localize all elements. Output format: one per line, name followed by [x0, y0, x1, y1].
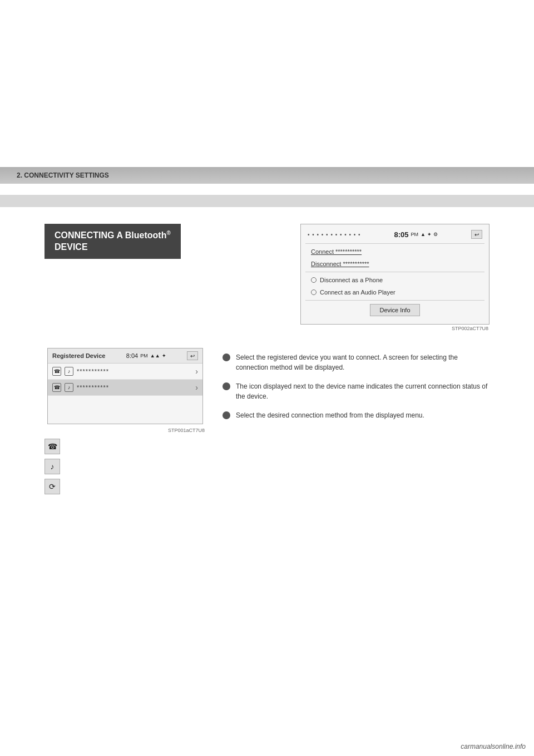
screen1-mockup: • • • • • • • • • • • • 8:05 PM ▲ ✦ ⚙ ↩: [300, 224, 490, 325]
device2-phone-icon: ☎: [52, 383, 61, 392]
brand-label: carmanualsonline.info: [461, 743, 526, 750]
signal-icon: ▲: [421, 232, 426, 237]
bullet-text-2: The icon displayed next to the device na…: [236, 381, 490, 401]
screen1-back-button[interactable]: ↩: [471, 230, 482, 239]
screen2-title: Registered Device: [52, 352, 105, 359]
screen1-divider3: [305, 300, 484, 301]
screen1-menu-connect[interactable]: Connect ***********: [305, 246, 484, 258]
screen1-menu-disconnect-phone[interactable]: Disconnect as a Phone: [305, 274, 484, 286]
radio-circle-audio: [311, 289, 317, 295]
screen2-time: 8:04: [126, 352, 138, 359]
legend-item-sync: ⟳: [44, 479, 206, 494]
bullet-circle-2: [222, 382, 230, 390]
screen2-empty: [48, 396, 202, 424]
screen2-time-suffix: PM: [140, 353, 148, 359]
bullet-circle-3: [222, 411, 230, 419]
footer-brand: carmanualsonline.info: [461, 743, 526, 750]
connect-audio-label: Connect as an Audio Player: [320, 289, 395, 296]
legend-item-phone: ☎: [44, 439, 206, 454]
device2-music-icon: ♪: [65, 383, 73, 392]
section-header: 2. CONNECTIVITY SETTINGS: [0, 167, 534, 184]
screen2-mockup: Registered Device 8:04 PM ▲▲ ✦ ↩ ☎ ♪: [47, 348, 203, 424]
connect-label: Connect ***********: [311, 248, 362, 255]
bottom-left: Registered Device 8:04 PM ▲▲ ✦ ↩ ☎ ♪: [44, 348, 206, 494]
screen2-back-button[interactable]: ↩: [187, 351, 198, 360]
device1-arrow-icon: ›: [195, 367, 198, 376]
bullet-circle-1: [222, 354, 230, 361]
bullet-section: Select the registered device you want to…: [222, 352, 490, 420]
legend-sync-icon: ⟳: [44, 479, 60, 494]
device2-name: ***********: [77, 384, 109, 391]
title-line1: CONNECTING A Bluetooth: [55, 230, 166, 240]
device1-name: ***********: [77, 368, 109, 375]
bluetooth-icon: ✦: [427, 232, 432, 237]
screen1-divider: [305, 243, 484, 244]
top-left: CONNECTING A Bluetooth® DEVICE: [44, 224, 284, 331]
main-content: CONNECTING A Bluetooth® DEVICE • • • • •…: [0, 224, 534, 494]
device-row-2[interactable]: ☎ ♪ *********** ›: [48, 380, 202, 396]
screen1-dots: • • • • • • • • • • • •: [308, 232, 361, 238]
device1-music-icon: ♪: [65, 367, 73, 376]
screen2-status-icons: ▲▲ ✦: [150, 353, 166, 359]
bullet-item-1: Select the registered device you want to…: [222, 352, 490, 372]
icon-legend: ☎ ♪ ⟳: [44, 439, 206, 494]
bullet-text-3: Select the desired connection method fro…: [236, 410, 424, 420]
device1-phone-icon: ☎: [52, 367, 61, 376]
legend-music-icon: ♪: [44, 459, 60, 474]
title-line2: DEVICE: [55, 242, 88, 252]
screen1-divider2: [305, 272, 484, 272]
bottom-right: Select the registered device you want to…: [222, 348, 490, 494]
bottom-section: Registered Device 8:04 PM ▲▲ ✦ ↩ ☎ ♪: [44, 348, 490, 494]
screen1-time: 8:05: [394, 230, 409, 239]
bullet-text-1: Select the registered device you want to…: [236, 352, 490, 372]
legend-phone-icon: ☎: [44, 439, 60, 454]
screen1-menu-disconnect[interactable]: Disconnect ***********: [305, 258, 484, 270]
bullet-item-3: Select the desired connection method fro…: [222, 410, 490, 420]
device2-arrow-icon: ›: [195, 383, 198, 392]
screen2-bluetooth-icon: ✦: [162, 353, 166, 359]
radio-circle-phone: [311, 277, 317, 283]
screen1-time-suffix: PM: [411, 232, 419, 237]
title-box: CONNECTING A Bluetooth® DEVICE: [44, 224, 181, 259]
screen2-header: Registered Device 8:04 PM ▲▲ ✦ ↩: [48, 348, 202, 364]
page-top-blank: [0, 0, 534, 78]
section-subheader: [0, 195, 534, 207]
screen1-status-icons: ▲ ✦ ⚙: [421, 232, 438, 237]
disconnect-label: Disconnect ***********: [311, 261, 369, 267]
screen1-menu-connect-audio[interactable]: Connect as an Audio Player: [305, 286, 484, 298]
screen1-caption: STP002aCT7U8: [300, 326, 490, 331]
screen1-header: • • • • • • • • • • • • 8:05 PM ▲ ✦ ⚙ ↩: [305, 229, 484, 240]
device-row-1[interactable]: ☎ ♪ *********** ›: [48, 364, 202, 380]
device-info-button[interactable]: Device Info: [370, 304, 419, 316]
screen2-caption: STP001aCT7U8: [44, 428, 206, 433]
trademark-symbol: ®: [166, 230, 170, 236]
section-header-label: 2. CONNECTIVITY SETTINGS: [17, 171, 109, 179]
device-info-label: Device Info: [379, 307, 410, 313]
top-section: CONNECTING A Bluetooth® DEVICE • • • • •…: [44, 224, 490, 331]
bullet-item-2: The icon displayed next to the device na…: [222, 381, 490, 401]
disconnect-phone-label: Disconnect as a Phone: [320, 277, 383, 283]
legend-item-music: ♪: [44, 459, 206, 474]
screen1-container: • • • • • • • • • • • • 8:05 PM ▲ ✦ ⚙ ↩: [300, 224, 490, 331]
settings-icon: ⚙: [433, 232, 438, 237]
screen2-signal-icon: ▲▲: [150, 353, 160, 359]
